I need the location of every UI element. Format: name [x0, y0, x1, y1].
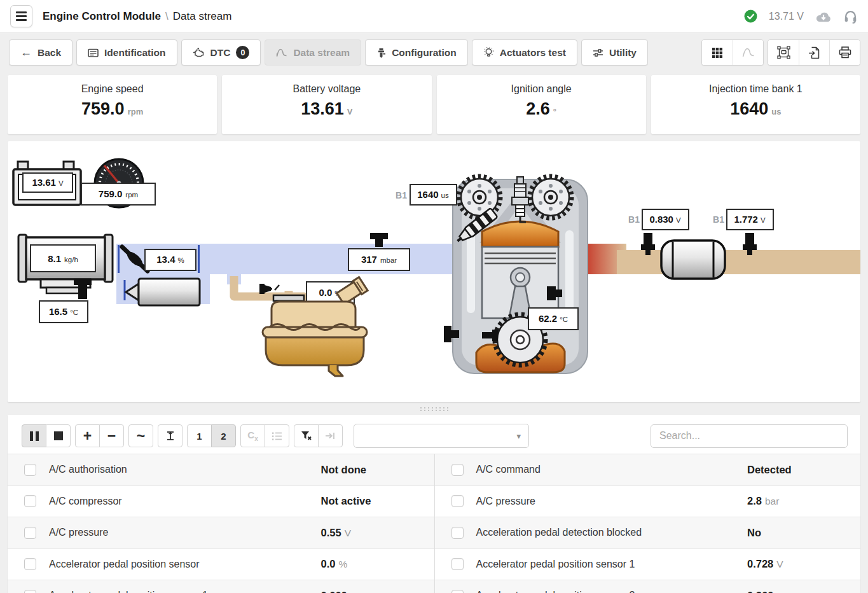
- export-button[interactable]: [799, 40, 829, 65]
- metric-value: 2.6: [526, 99, 550, 118]
- text-size-group: [158, 424, 183, 447]
- table-row[interactable]: Accelerator pedal position sensor 1 0.72…: [435, 549, 861, 581]
- module-title: Engine Control Module: [43, 10, 161, 22]
- metric-card-battery-voltage: Battery voltage 13.61V: [222, 75, 431, 134]
- row-checkbox[interactable]: [451, 590, 464, 593]
- print-button[interactable]: [829, 40, 860, 65]
- tab-actuators-test[interactable]: Actuators test: [472, 39, 577, 66]
- cloud-download-icon[interactable]: [815, 10, 832, 24]
- search-input[interactable]: [651, 424, 848, 448]
- list-button[interactable]: [265, 424, 289, 447]
- row-checkbox[interactable]: [24, 527, 36, 539]
- chart-view-button[interactable]: [733, 40, 763, 65]
- row-checkbox[interactable]: [24, 558, 36, 570]
- one-column-button[interactable]: 1: [187, 424, 212, 447]
- wave-icon: ~: [137, 429, 145, 443]
- tab-dtc[interactable]: DTC 0: [181, 39, 261, 66]
- group-filter-dropdown[interactable]: ▾: [354, 424, 529, 448]
- output-group: [768, 39, 860, 66]
- tab-configuration[interactable]: Configuration: [365, 39, 468, 66]
- tab-data-stream[interactable]: Data stream: [265, 39, 361, 66]
- parameters-column-left: A/C authorisation Not done A/C compresso…: [8, 454, 434, 593]
- support-headset-icon[interactable]: [843, 9, 858, 24]
- manifold-pressure-label: 317mbar: [348, 249, 410, 270]
- table-row[interactable]: Accelerator pedal position sensor 1 0.00…: [8, 580, 434, 593]
- panel-splitter[interactable]: [0, 402, 868, 415]
- injection-time-label: B1 1640us: [396, 185, 457, 205]
- row-checkbox[interactable]: [24, 590, 36, 593]
- menu-icon: [16, 11, 27, 13]
- function-tab-bar: ← Back Identification DTC 0 Data stream: [0, 33, 868, 75]
- two-column-button[interactable]: 2: [211, 424, 236, 447]
- row-checkbox[interactable]: [451, 495, 464, 507]
- stop-icon: [54, 431, 63, 440]
- view-toolbar: [701, 39, 860, 66]
- breadcrumb-separator: \: [165, 10, 169, 22]
- back-button[interactable]: ← Back: [9, 39, 72, 66]
- pause-icon: [30, 431, 39, 441]
- table-row[interactable]: A/C authorisation Not done: [8, 454, 434, 486]
- table-row[interactable]: A/C pressure 2.8bar: [435, 486, 861, 518]
- engine-schematic-panel: 13.61V 759.0rpm 8.1kg/h 16.5°C: [8, 141, 860, 402]
- row-value: Detected: [747, 464, 860, 476]
- table-row[interactable]: A/C command Detected: [435, 454, 861, 486]
- row-checkbox[interactable]: [24, 464, 36, 476]
- top-bar: Engine Control Module\Data stream 13.71 …: [0, 0, 868, 33]
- connection-ok-icon: [744, 10, 757, 23]
- goto-button[interactable]: [318, 424, 343, 447]
- status-area: 13.71 V: [744, 9, 858, 24]
- pause-button[interactable]: [22, 424, 46, 447]
- breadcrumb: Engine Control Module\Data stream: [43, 10, 231, 23]
- metric-unit: °: [553, 107, 556, 116]
- menu-button[interactable]: [10, 5, 32, 27]
- table-row[interactable]: A/C pressure 0.55V: [8, 517, 434, 549]
- table-row[interactable]: Accelerator pedal position sensor 2 0.36…: [435, 580, 861, 593]
- plus-icon: +: [83, 429, 92, 443]
- supply-voltage: 13.71 V: [769, 11, 804, 22]
- back-arrow-icon: ←: [20, 46, 32, 59]
- minus-icon: −: [107, 429, 116, 443]
- metric-value: 1640: [730, 99, 768, 118]
- chart-view-icon: [742, 47, 755, 58]
- row-checkbox[interactable]: [451, 527, 464, 539]
- catalytic-converter-icon: [661, 241, 725, 279]
- intake-air-temp-label: 16.5°C: [39, 301, 88, 323]
- tab-identification[interactable]: Identification: [76, 39, 177, 66]
- table-row[interactable]: Acceleration pedal detection blocked No: [435, 517, 861, 549]
- row-checkbox[interactable]: [451, 558, 464, 570]
- remove-button[interactable]: −: [99, 424, 124, 447]
- metric-unit: us: [771, 107, 781, 116]
- clear-group: Cx: [240, 424, 289, 447]
- row-checkbox[interactable]: [24, 495, 36, 507]
- tab-utility[interactable]: Utility: [581, 39, 648, 66]
- arrow-to-bar-icon: [325, 431, 336, 441]
- parameters-column-right: A/C command Detected A/C pressure 2.8bar…: [434, 454, 861, 593]
- view-mode-group: [701, 39, 764, 66]
- svg-text:B1: B1: [713, 214, 724, 225]
- engine-speed-label: 759.0rpm: [81, 183, 155, 205]
- actuators-bulb-icon: [483, 47, 494, 58]
- export-file-icon: [808, 46, 820, 59]
- row-value: 2.8bar: [747, 495, 860, 507]
- filter-x-icon: [301, 431, 312, 441]
- row-checkbox[interactable]: [451, 464, 464, 476]
- table-row[interactable]: Accelerator pedal position sensor 0.0%: [8, 549, 434, 581]
- metric-value: 759.0: [81, 99, 125, 118]
- add-button[interactable]: +: [75, 424, 100, 447]
- clear-filter-button[interactable]: [294, 424, 319, 447]
- engine-dtc-icon: [193, 48, 205, 57]
- text-height-button[interactable]: [158, 424, 183, 447]
- data-stream-curve-icon: [276, 48, 287, 57]
- metric-card-ignition-angle: Ignition angle 2.6°: [437, 75, 646, 134]
- page-title: Data stream: [173, 10, 232, 22]
- grid-view-button[interactable]: [702, 40, 733, 65]
- waveform-button[interactable]: ~: [128, 424, 153, 447]
- clear-chart-button[interactable]: Cx: [240, 424, 265, 447]
- row-value: 0.366V: [747, 590, 860, 593]
- metric-unit: rpm: [128, 107, 144, 116]
- row-value: Not active: [321, 495, 434, 507]
- stop-button[interactable]: [46, 424, 71, 447]
- snapshot-frame-button[interactable]: [768, 40, 799, 65]
- svg-text:B1: B1: [628, 214, 640, 225]
- table-row[interactable]: A/C compressor Not active: [8, 486, 434, 518]
